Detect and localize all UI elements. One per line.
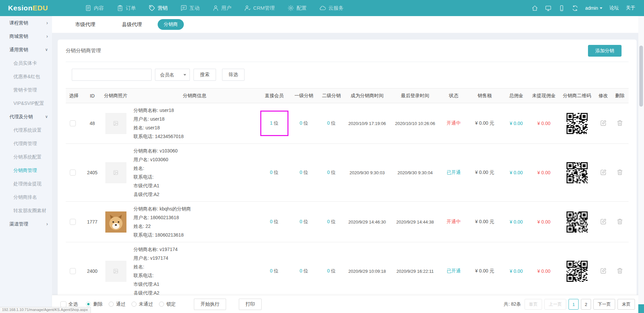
delete-button[interactable] xyxy=(616,267,623,274)
sidebar-item-label: 代理商管理 xyxy=(13,141,37,146)
top-nav-item-3[interactable]: 营销 xyxy=(149,5,168,11)
info-line: 姓名: user18 xyxy=(133,123,258,132)
cell-direct-members[interactable]: 0 位 xyxy=(258,219,290,225)
cell-total-commission: ¥ 0.00 xyxy=(503,268,529,274)
total-count: 共: 82条 xyxy=(504,301,521,307)
cell-level2-members: 0 位 xyxy=(318,120,345,126)
edit-button[interactable] xyxy=(600,169,607,176)
edit-button[interactable] xyxy=(600,120,607,126)
mobile-icon[interactable] xyxy=(558,5,565,11)
sidebar-item-label: 课程营销 xyxy=(9,20,28,25)
sidebar-item-3[interactable]: 通用营销∨ xyxy=(0,43,52,56)
sidebar-item-4[interactable]: 会员实体卡 xyxy=(0,56,52,70)
column-header-10: 状态 xyxy=(441,93,466,99)
cell-level1-members: 0 位 xyxy=(290,219,318,225)
content-icon xyxy=(85,5,92,11)
edit-button[interactable] xyxy=(600,218,607,225)
sidebar-item-1[interactable]: 课程营销› xyxy=(0,16,52,29)
add-distributor-button[interactable]: 添加分销 xyxy=(588,45,622,57)
cell-last-login: 2020/9/29 14:44:38 xyxy=(389,220,441,225)
last-page-button[interactable]: 末页 xyxy=(618,299,635,310)
row-checkbox[interactable] xyxy=(70,219,76,225)
status-bar-url: 192.168.1.10:71/manage/Agent/KS.AgentSho… xyxy=(0,307,91,313)
distributor-qr-code[interactable] xyxy=(567,211,588,233)
about-link[interactable]: 关于 xyxy=(626,5,635,11)
cell-info: 分销商名称: kbqhs的分销商用户名: 18060213618姓名: 22联系… xyxy=(131,204,258,239)
top-nav-item-7[interactable]: 配置 xyxy=(287,5,307,11)
page-button-1[interactable]: 1 xyxy=(569,299,579,310)
print-button[interactable]: 打印 xyxy=(239,299,262,310)
batch-radio-1[interactable] xyxy=(86,302,91,307)
search-field-select[interactable]: 会员名 xyxy=(155,69,190,81)
delete-button[interactable] xyxy=(616,218,623,225)
distributor-qr-code[interactable] xyxy=(567,261,588,282)
tab-1[interactable]: 市级代理 xyxy=(75,21,95,28)
admin-menu[interactable]: admin xyxy=(585,5,602,11)
distributor-qr-code[interactable] xyxy=(567,162,588,183)
sidebar-item-7[interactable]: VIP&SVIP配置 xyxy=(0,97,52,110)
next-page-button[interactable]: 下一页 xyxy=(593,299,615,310)
cell-level1-members: 0 位 xyxy=(290,268,318,274)
refresh-icon[interactable] xyxy=(572,5,578,11)
distributor-photo-placeholder xyxy=(105,113,126,134)
sidebar-item-16[interactable]: 渠道管理› xyxy=(0,217,52,231)
select-all-checkbox[interactable] xyxy=(60,301,66,307)
sidebar-item-11[interactable]: 分销系统配置 xyxy=(0,150,52,164)
cell-direct-members[interactable]: 0 位 xyxy=(258,268,290,274)
cell-sales: ¥ 0.00 元 xyxy=(466,120,503,126)
scrollbar-thumb[interactable] xyxy=(639,46,643,107)
prev-page-button[interactable]: 上一页 xyxy=(544,299,566,310)
sidebar-item-12[interactable]: 分销商管理 xyxy=(0,164,52,177)
cell-direct-members[interactable]: 1 位 xyxy=(258,120,290,126)
sidebar-item-2[interactable]: 商城营销› xyxy=(0,29,52,43)
sidebar-item-13[interactable]: 处理佣金提现 xyxy=(0,177,52,190)
edit-button[interactable] xyxy=(600,267,607,274)
caret-down-icon xyxy=(600,7,602,9)
top-nav-item-8[interactable]: 云服务 xyxy=(319,5,343,11)
tab-3[interactable]: 分销商 xyxy=(158,19,184,30)
cell-pending-commission: ¥ 0.00 xyxy=(529,219,558,225)
bottom-action-bar: 全选 删除通过未通过锁定 开始执行 打印 共: 82条 首页 上一页 12 下一… xyxy=(52,295,638,313)
cell-info: 分销商名称: v103060用户名: v103060姓名: 联系电话: 市级代理… xyxy=(131,146,258,199)
cell-direct-members[interactable]: 0 位 xyxy=(258,170,290,176)
image-placeholder-icon xyxy=(113,268,118,274)
batch-radio-2[interactable] xyxy=(109,302,114,307)
top-nav-item-6[interactable]: CRM管理 xyxy=(244,5,275,11)
distributor-qr-code[interactable] xyxy=(567,113,588,134)
row-checkbox[interactable] xyxy=(70,120,76,126)
top-nav-item-4[interactable]: 互动 xyxy=(180,5,200,11)
sidebar-item-14[interactable]: 分销商排名 xyxy=(0,190,52,204)
top-nav-item-1[interactable]: 内容 xyxy=(85,5,104,11)
first-page-button[interactable]: 首页 xyxy=(525,299,542,310)
row-checkbox[interactable] xyxy=(70,170,76,176)
top-nav-item-5[interactable]: 用户 xyxy=(212,5,231,11)
delete-button[interactable] xyxy=(616,120,623,126)
distributor-photo-placeholder xyxy=(105,162,126,183)
monitor-icon[interactable] xyxy=(545,5,551,11)
home-icon[interactable] xyxy=(532,5,538,11)
column-header-1: 选择 xyxy=(66,93,84,99)
sidebar-item-9[interactable]: 代理系统设置 xyxy=(0,123,52,137)
search-input[interactable] xyxy=(72,69,152,81)
batch-radio-4[interactable] xyxy=(159,302,164,307)
filter-button[interactable]: 筛选 xyxy=(222,69,245,81)
sidebar-item-10[interactable]: 代理商管理 xyxy=(0,137,52,150)
info-line: 联系电话: 18060213618 xyxy=(133,231,258,239)
sidebar-item-6[interactable]: 营销卡管理 xyxy=(0,83,52,97)
sidebar-item-15[interactable]: 转发朋友圈素材 xyxy=(0,204,52,217)
top-nav-label: 配置 xyxy=(297,5,307,11)
row-checkbox[interactable] xyxy=(70,268,76,274)
sidebar-item-5[interactable]: 优惠券&红包 xyxy=(0,70,52,83)
execute-button[interactable]: 开始执行 xyxy=(194,299,226,310)
batch-radio-3[interactable] xyxy=(131,302,137,307)
tab-2[interactable]: 县级代理 xyxy=(122,21,142,28)
delete-button[interactable] xyxy=(616,169,623,176)
top-nav-item-2[interactable]: 订单 xyxy=(117,5,136,11)
info-line: 市级代理:A1 xyxy=(133,280,258,289)
forum-link[interactable]: 论坛 xyxy=(609,5,619,11)
sidebar-item-8[interactable]: 代理及分销∨ xyxy=(0,110,52,123)
column-header-3: 分销商照片 xyxy=(101,93,131,99)
search-button[interactable]: 搜索 xyxy=(194,69,216,81)
page-button-2[interactable]: 2 xyxy=(581,299,591,310)
info-line: 市级代理:A1 xyxy=(133,181,258,190)
